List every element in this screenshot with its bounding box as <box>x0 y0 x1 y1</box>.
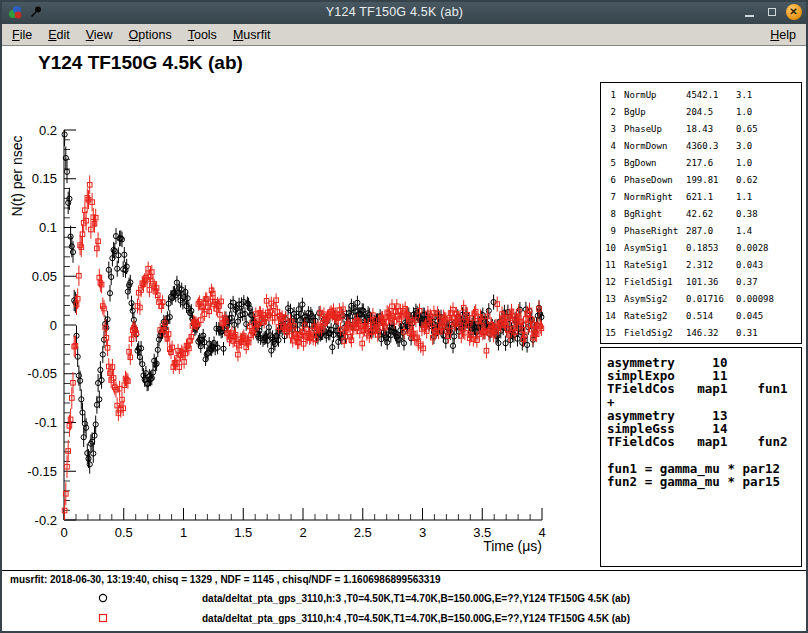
param-error: 3.0 <box>736 141 801 151</box>
param-value: 199.81 <box>686 175 736 185</box>
param-value: 217.6 <box>686 158 736 168</box>
menu-item-view[interactable]: View <box>78 26 121 44</box>
param-error: 1.0 <box>736 158 801 168</box>
svg-text:0.1: 0.1 <box>39 220 57 235</box>
param-name: PhaseDown <box>624 175 686 185</box>
param-index: 11 <box>601 260 616 270</box>
parameter-list: 1NormUp4542.13.12BgUp204.51.03PhaseUp18.… <box>601 86 801 341</box>
param-value: 621.1 <box>686 192 736 202</box>
param-value: 287.0 <box>686 226 736 236</box>
legend-row: data/deltat_pta_gps_3110,h:3 ,T0=4.50K,T… <box>0 588 808 608</box>
param-index: 1 <box>601 90 616 100</box>
param-value: 204.5 <box>686 107 736 117</box>
param-error: 1.1 <box>736 192 801 202</box>
title-bar[interactable]: Y124 TF150G 4.5K (ab) ✕ <box>0 0 808 24</box>
menu-item-musrfit[interactable]: Musrfit <box>225 26 279 44</box>
param-value: 146.32 <box>686 328 736 338</box>
fit-info: musrfit: 2018-06-30, 13:19:40, chisq = 1… <box>10 574 441 585</box>
param-index: 12 <box>601 277 616 287</box>
app-icon <box>6 3 24 21</box>
minimize-icon <box>745 15 754 17</box>
param-index: 13 <box>601 294 616 304</box>
param-index: 15 <box>601 328 616 338</box>
param-value: 0.01716 <box>686 294 736 304</box>
param-row: 13AsymSig20.017160.00098 <box>601 290 801 307</box>
param-error: 1.4 <box>736 226 801 236</box>
param-name: BgRight <box>624 209 686 219</box>
param-index: 9 <box>601 226 616 236</box>
maximize-icon <box>768 8 776 16</box>
maximize-button[interactable] <box>763 4 780 21</box>
param-row: 15FieldSig2146.320.31 <box>601 324 801 341</box>
param-row: 7NormRight621.11.1 <box>601 188 801 205</box>
param-index: 5 <box>601 158 616 168</box>
param-name: PhaseRight <box>624 226 686 236</box>
param-row: 6PhaseDown199.810.62 <box>601 171 801 188</box>
param-value: 101.36 <box>686 277 736 287</box>
window-title: Y124 TF150G 4.5K (ab) <box>48 5 741 19</box>
param-name: FieldSig1 <box>624 277 686 287</box>
parameter-box[interactable]: 1NormUp4542.13.12BgUp204.51.03PhaseUp18.… <box>600 82 802 344</box>
pin-icon[interactable] <box>27 3 45 21</box>
svg-text:2: 2 <box>299 525 306 540</box>
param-name: AsymSig1 <box>624 243 686 253</box>
plot-svg[interactable]: -0.2-0.15-0.1-0.0500.050.10.150.200.511.… <box>0 46 600 569</box>
menu-item-options[interactable]: Options <box>121 26 180 44</box>
square-marker-icon <box>96 612 110 624</box>
param-error: 0.31 <box>736 328 801 338</box>
param-error: 0.38 <box>736 209 801 219</box>
param-value: 2.312 <box>686 260 736 270</box>
svg-text:2.5: 2.5 <box>354 525 372 540</box>
param-name: AsymSig2 <box>624 294 686 304</box>
menu-item-help[interactable]: Help <box>762 26 804 44</box>
menu-item-tools[interactable]: Tools <box>180 26 225 44</box>
param-index: 14 <box>601 311 616 321</box>
svg-text:-0.15: -0.15 <box>27 464 57 479</box>
svg-text:0.05: 0.05 <box>32 269 57 284</box>
param-name: NormUp <box>624 90 686 100</box>
param-name: PhaseUp <box>624 124 686 134</box>
theory-box[interactable]: asymmetry 10 simplExpo 11 TFieldCos map1… <box>600 347 802 567</box>
canvas-area: Y124 TF150G 4.5K (ab) -0.2-0.15-0.1-0.05… <box>0 46 808 633</box>
svg-text:1.5: 1.5 <box>234 525 252 540</box>
param-index: 3 <box>601 124 616 134</box>
param-error: 0.0028 <box>736 243 801 253</box>
menu-item-file[interactable]: File <box>4 26 40 44</box>
svg-text:-0.05: -0.05 <box>27 366 57 381</box>
param-row: 8BgRight42.620.38 <box>601 205 801 222</box>
menu-items-left: FileEditViewOptionsToolsMusrfit <box>4 28 278 42</box>
param-index: 6 <box>601 175 616 185</box>
param-error: 0.65 <box>736 124 801 134</box>
param-value: 4542.1 <box>686 90 736 100</box>
plot-area[interactable]: -0.2-0.15-0.1-0.0500.050.10.150.200.511.… <box>0 46 600 569</box>
svg-text:0.15: 0.15 <box>32 171 57 186</box>
param-row: 4NormDown4360.33.0 <box>601 137 801 154</box>
param-row: 1NormUp4542.13.1 <box>601 86 801 103</box>
param-row: 9PhaseRight287.01.4 <box>601 222 801 239</box>
svg-text:Time (μs): Time (μs) <box>483 538 542 554</box>
menu-item-edit[interactable]: Edit <box>40 26 78 44</box>
svg-text:0: 0 <box>60 525 67 540</box>
param-value: 42.62 <box>686 209 736 219</box>
theory-text: asymmetry 10 simplExpo 11 TFieldCos map1… <box>601 348 801 488</box>
param-row: 12FieldSig1101.360.37 <box>601 273 801 290</box>
legend-label: data/deltat_pta_gps_3110,h:4 ,T0=4.50K,T… <box>202 613 630 624</box>
param-index: 7 <box>601 192 616 202</box>
param-error: 1.0 <box>736 107 801 117</box>
param-value: 18.43 <box>686 124 736 134</box>
param-error: 0.37 <box>736 277 801 287</box>
svg-text:1: 1 <box>180 525 187 540</box>
param-row: 14RateSig20.5140.045 <box>601 307 801 324</box>
legend: data/deltat_pta_gps_3110,h:3 ,T0=4.50K,T… <box>0 588 808 628</box>
close-button[interactable]: ✕ <box>785 4 802 21</box>
circle-marker-icon <box>96 592 110 604</box>
menu-bar: FileEditViewOptionsToolsMusrfit Help <box>0 24 808 46</box>
param-row: 2BgUp204.51.0 <box>601 103 801 120</box>
param-index: 4 <box>601 141 616 151</box>
param-error: 0.00098 <box>736 294 801 304</box>
param-row: 11RateSig12.3120.043 <box>601 256 801 273</box>
svg-text:-0.2: -0.2 <box>35 513 57 528</box>
param-row: 10AsymSig10.18530.0028 <box>601 239 801 256</box>
minimize-button[interactable] <box>741 4 758 21</box>
param-error: 0.045 <box>736 311 801 321</box>
